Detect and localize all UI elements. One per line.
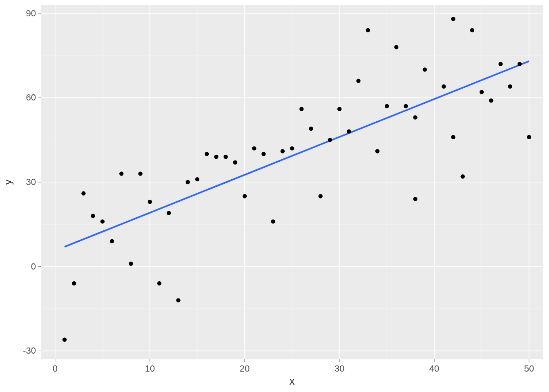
data-point (337, 107, 341, 111)
data-point (404, 104, 408, 108)
data-point (470, 28, 474, 32)
data-point (91, 214, 95, 218)
x-axis-title: x (290, 375, 295, 387)
data-point (110, 239, 114, 243)
data-point (375, 149, 379, 153)
x-tick-label: 10 (145, 363, 155, 374)
data-point (489, 98, 493, 102)
data-point (223, 155, 228, 159)
data-point (385, 104, 389, 108)
data-point (167, 211, 171, 215)
y-tick-label: 30 (26, 177, 36, 187)
data-point (290, 146, 294, 150)
data-point (271, 219, 275, 223)
scatter-chart: 01020304050 -300306090 x y (0, 0, 549, 392)
data-point (157, 281, 161, 285)
data-point (261, 152, 266, 156)
x-tick-label: 20 (240, 363, 250, 374)
y-tick-label: 0 (31, 261, 36, 272)
x-tick-label: 30 (335, 363, 344, 374)
data-point (394, 45, 398, 49)
y-tick-label: -30 (23, 345, 36, 356)
data-point (309, 127, 313, 131)
data-point (451, 135, 455, 139)
data-point (205, 152, 209, 156)
y-axis-ticks (38, 13, 41, 351)
data-point (62, 338, 67, 342)
data-point (413, 197, 417, 201)
data-point (233, 160, 237, 165)
x-tick-label: 50 (524, 363, 534, 374)
data-point (356, 79, 360, 83)
data-point (243, 194, 247, 198)
data-point (129, 262, 133, 266)
data-point (328, 138, 332, 142)
data-point (176, 298, 180, 302)
x-axis-tick-labels: 01020304050 (53, 363, 534, 374)
data-point (508, 85, 512, 89)
data-point (518, 62, 522, 66)
data-point (138, 172, 142, 176)
y-tick-label: 60 (26, 92, 36, 102)
data-point (299, 107, 304, 111)
data-point (498, 62, 502, 66)
data-point (214, 155, 218, 159)
data-point (442, 85, 446, 89)
data-point (281, 149, 285, 153)
x-tick-label: 40 (429, 363, 439, 374)
y-tick-label: 90 (26, 8, 36, 18)
data-point (461, 174, 465, 178)
data-point (252, 146, 256, 150)
data-point (72, 281, 76, 285)
data-point (148, 200, 152, 204)
y-axis-title: y (2, 180, 14, 185)
data-point (81, 191, 85, 195)
data-point (186, 180, 190, 184)
data-point (195, 177, 199, 181)
data-point (527, 135, 531, 139)
data-point (451, 17, 455, 21)
data-point (347, 129, 351, 134)
x-tick-label: 0 (53, 363, 58, 374)
data-point (100, 219, 105, 223)
data-point (413, 115, 417, 119)
data-point (423, 67, 427, 71)
data-point (480, 90, 484, 94)
chart-svg: 01020304050 -300306090 x y (0, 0, 549, 392)
data-point (119, 172, 123, 176)
data-point (318, 194, 322, 198)
y-axis-tick-labels: -300306090 (23, 8, 36, 356)
x-axis-ticks (55, 359, 529, 362)
data-point (366, 28, 370, 32)
